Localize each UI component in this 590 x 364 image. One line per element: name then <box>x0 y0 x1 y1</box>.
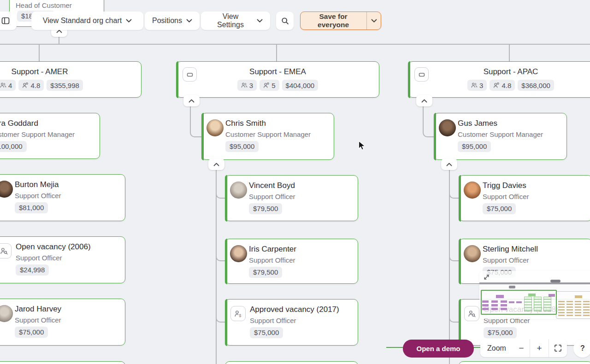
connector-elbow <box>423 105 435 137</box>
minimap-node <box>575 295 582 298</box>
vacancy-card-2006[interactable]: Open vacancy (2006) Support Officer $24,… <box>0 236 125 283</box>
minimap-scrollbar-thumb[interactable] <box>550 280 560 282</box>
person-card-partial[interactable] <box>459 361 590 364</box>
rating-badge: 4.8 <box>490 80 515 91</box>
person-role: Support Officer <box>15 192 61 200</box>
person-card-partial[interactable] <box>0 361 125 364</box>
connector-elbow <box>449 311 460 323</box>
expand-diagonal-icon[interactable] <box>483 274 490 281</box>
person-name: Iris Carpenter <box>249 245 296 254</box>
chevron-down-icon <box>186 19 192 23</box>
vacancy-name: Approved vacancy (2017) <box>250 305 339 314</box>
dept-stats: 4 4.8 $355,998 <box>0 80 141 91</box>
salary-badge: $75,000 <box>484 327 517 338</box>
minimap-node <box>575 301 581 317</box>
save-options-toggle[interactable] <box>367 19 381 23</box>
person-search-icon <box>464 306 479 321</box>
avatar <box>439 119 456 136</box>
org-chart-canvas[interactable]: Head of Customer $180,000 View Standard … <box>0 0 590 364</box>
connector-line <box>276 45 277 62</box>
people-icon <box>241 82 248 88</box>
minimap-node <box>509 286 515 288</box>
zoom-toolbar: Zoom − + <box>480 339 567 357</box>
save-for-everyone-button[interactable]: Save for everyone <box>300 12 381 30</box>
budget-badge: $355,998 <box>47 80 83 91</box>
dept-title: Support - AMER <box>0 67 141 76</box>
person-name: Sterling Mitchell <box>483 245 538 254</box>
person-role: Support Officer <box>15 316 61 324</box>
collapse-button[interactable] <box>183 95 200 106</box>
view-settings-dropdown[interactable]: View Settings <box>201 12 270 30</box>
connector-line <box>509 45 510 62</box>
person-name: Chris Smith <box>225 119 266 128</box>
collapse-button[interactable] <box>416 95 432 106</box>
person-role: Support Officer <box>249 193 295 200</box>
person-card-chris-smith[interactable]: Chris Smith Customer Support Manager $95… <box>201 113 334 160</box>
fullscreen-icon <box>554 344 562 352</box>
dept-card-support-emea[interactable]: Support - EMEA 3 5 $404,000 <box>176 61 379 98</box>
search-button[interactable] <box>276 12 294 30</box>
sidebar-toggle-button[interactable] <box>0 12 17 30</box>
search-icon <box>281 17 289 25</box>
headcount-badge: 3 <box>467 80 487 91</box>
connector-elbow <box>449 188 460 199</box>
connector-elbow <box>216 311 226 323</box>
person-role: Support Officer <box>483 256 529 264</box>
person-card-trigg-davies[interactable]: Trigg Davies Support Officer $75,000 <box>459 175 590 221</box>
minimap-viewport[interactable] <box>481 290 557 315</box>
avatar <box>0 181 13 198</box>
rating-badge: 5 <box>260 80 279 91</box>
chevron-down-icon <box>126 19 132 23</box>
zoom-out-button[interactable]: − <box>513 339 530 357</box>
help-button[interactable]: ? <box>573 339 590 358</box>
person-card-vera-goddard[interactable]: Vera Goddard Customer Support Manager $1… <box>0 113 100 159</box>
avatar <box>206 119 224 136</box>
zoom-in-button[interactable]: + <box>530 339 549 357</box>
person-name: Jarod Harvey <box>15 305 61 314</box>
connector-elbow <box>216 188 226 199</box>
person-card-burton-mejia[interactable]: Burton Mejia Support Officer $81,000 <box>0 174 125 221</box>
person-card-partial[interactable] <box>225 361 358 364</box>
selection-stripe <box>225 239 227 284</box>
selection-stripe <box>434 113 436 160</box>
chevron-up-icon <box>213 163 219 166</box>
person-name: Burton Mejia <box>15 180 59 189</box>
mouse-arrow-cursor <box>358 141 366 152</box>
person-card-gus-james[interactable]: Gus James Customer Support Manager $95,0… <box>434 113 567 160</box>
connector-trunk <box>0 44 590 45</box>
person-card-jarod-harvey[interactable]: Jarod Harvey Support Officer $75,000 <box>0 299 125 346</box>
headcount-badge: 3 <box>237 80 257 91</box>
open-demo-button[interactable]: Open a demo <box>403 340 474 358</box>
headcount-badge: 4 <box>0 80 16 91</box>
person-clock-icon <box>263 82 270 88</box>
minimap[interactable] <box>479 271 590 319</box>
person-clock-icon <box>22 82 29 88</box>
view-chart-dropdown[interactable]: View Standard org chart <box>31 12 143 30</box>
person-card-iris-carpenter[interactable]: Iris Carpenter Support Officer $79,500 <box>225 239 358 284</box>
svg-text:$: $ <box>239 313 241 317</box>
minimap-scrollbar-track[interactable] <box>479 282 590 284</box>
selection-stripe <box>459 299 461 346</box>
minimap-node <box>583 301 590 317</box>
zoom-label: Zoom <box>480 344 513 352</box>
vacancy-card-2017[interactable]: $ Approved vacancy (2017) Support Office… <box>225 299 358 346</box>
dept-card-support-amer[interactable]: Support - AMER 4 4.8 $355,998 <box>0 61 142 98</box>
dept-stats: 3 4.8 $368,000 <box>408 80 590 91</box>
selection-stripe <box>459 175 461 222</box>
collapse-button[interactable] <box>441 159 457 170</box>
person-clock-icon <box>493 82 500 88</box>
person-card-vincent-boyd[interactable]: Vincent Boyd Support Officer $79,500 <box>225 175 358 221</box>
chevron-up-icon <box>446 163 452 166</box>
dept-card-support-apac[interactable]: Support - APAC 3 4.8 $368,000 <box>408 61 590 98</box>
chevron-down-icon <box>257 19 263 23</box>
avatar <box>230 245 247 262</box>
positions-dropdown[interactable]: Positions <box>145 12 200 30</box>
connector-line <box>39 45 40 61</box>
people-icon <box>0 82 6 88</box>
person-name: Trigg Davies <box>483 181 526 190</box>
collapse-button[interactable] <box>208 159 224 170</box>
salary-badge: $81,000 <box>15 202 48 213</box>
fullscreen-button[interactable] <box>549 339 567 357</box>
person-name: Vera Goddard <box>0 119 38 128</box>
avatar <box>0 305 13 322</box>
